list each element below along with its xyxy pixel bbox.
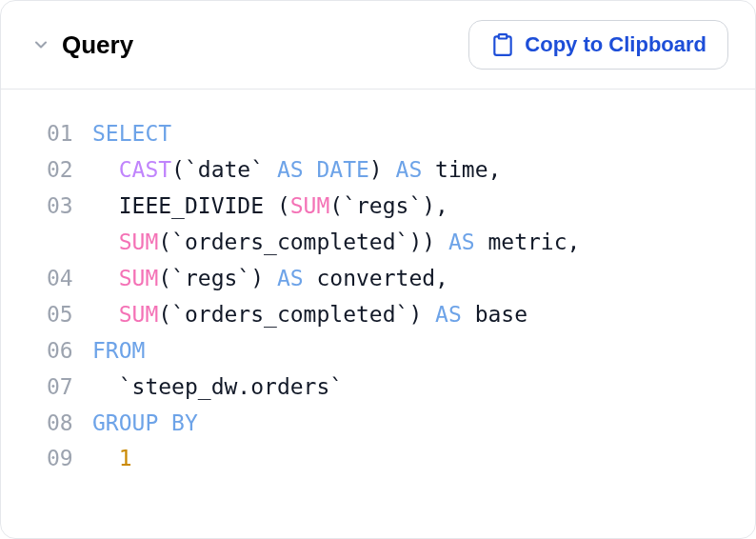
token: ( <box>171 157 185 182</box>
line-content: SUM(`orders_completed`)) AS metric, <box>92 225 580 261</box>
header-left[interactable]: Query <box>31 30 133 60</box>
line-number: 09 <box>47 441 92 477</box>
token: FROM <box>92 338 145 363</box>
token: IEEE_DIVIDE <box>119 193 277 218</box>
token: ` <box>119 374 132 399</box>
query-title: Query <box>62 30 133 60</box>
copy-button-label: Copy to Clipboard <box>525 32 706 57</box>
line-number: 05 <box>47 297 92 333</box>
code-line: 07 `steep_dw.orders` <box>47 369 728 406</box>
line-number: 06 <box>47 333 92 369</box>
token: time <box>435 157 487 182</box>
token: metric <box>487 230 567 254</box>
token: regs <box>356 193 408 218</box>
token: AS <box>422 302 474 327</box>
token: ` <box>171 266 185 290</box>
line-content: SUM(`regs`) AS converted, <box>92 261 448 297</box>
line-number: 08 <box>47 406 92 442</box>
token: ` <box>185 157 198 182</box>
token: ` <box>171 230 185 254</box>
token: steep_dw.orders <box>132 374 330 399</box>
token: ` <box>396 302 409 327</box>
svg-rect-0 <box>499 34 507 38</box>
token: base <box>475 302 527 327</box>
copy-to-clipboard-button[interactable]: Copy to Clipboard <box>468 20 728 70</box>
code-line: 02 CAST(`date` AS DATE) AS time, <box>47 152 728 189</box>
line-number: 02 <box>47 152 92 189</box>
token: ` <box>396 230 409 254</box>
token: ` <box>329 374 343 399</box>
line-content: GROUP BY <box>92 406 198 442</box>
token: converted <box>316 266 435 290</box>
token: 1 <box>119 446 132 470</box>
token: , <box>567 230 581 254</box>
token: date <box>198 157 250 182</box>
token: CAST <box>119 157 171 182</box>
token: ` <box>171 302 185 327</box>
line-content: IEEE_DIVIDE (SUM(`regs`), <box>92 189 448 225</box>
token: ( <box>329 193 343 218</box>
line-content: SUM(`orders_completed`) AS base <box>92 297 527 333</box>
token: AS <box>264 266 316 290</box>
clipboard-icon <box>490 32 515 57</box>
token: ( <box>158 302 171 327</box>
chevron-down-icon <box>31 35 50 54</box>
token: ( <box>277 193 290 218</box>
token: )) <box>408 230 435 254</box>
query-card: Query Copy to Clipboard 01SELECT02 CAST(… <box>0 0 756 539</box>
code-line: 09 1 <box>47 441 728 477</box>
line-number: 07 <box>47 369 92 406</box>
code-line: 05 SUM(`orders_completed`) AS base <box>47 297 728 333</box>
token: ` <box>237 266 250 290</box>
token: ( <box>158 266 171 290</box>
code-line: 01SELECT <box>47 116 728 152</box>
token: ) <box>250 266 264 290</box>
token: ` <box>408 193 422 218</box>
token: regs <box>185 266 237 290</box>
token: AS <box>435 230 487 254</box>
code-line: SUM(`orders_completed`)) AS metric, <box>47 225 728 261</box>
token: ), <box>422 193 448 218</box>
line-number: 01 <box>47 116 92 152</box>
line-content: `steep_dw.orders` <box>92 369 343 406</box>
line-number: 03 <box>47 189 92 225</box>
token: GROUP BY <box>92 410 198 435</box>
line-content: FROM <box>92 333 145 369</box>
token: SELECT <box>92 121 171 146</box>
line-content: 1 <box>92 441 132 477</box>
code-line: 08GROUP BY <box>47 406 728 442</box>
token: ) <box>408 302 422 327</box>
code-line: 06FROM <box>47 333 728 369</box>
token: SUM <box>119 230 159 254</box>
token: , <box>435 266 448 290</box>
code-block: 01SELECT02 CAST(`date` AS DATE) AS time,… <box>1 90 755 504</box>
token: ) <box>369 157 383 182</box>
token: AS DATE <box>264 157 369 182</box>
code-line: 03 IEEE_DIVIDE (SUM(`regs`), <box>47 189 728 225</box>
token: SUM <box>290 193 330 218</box>
token: ` <box>343 193 356 218</box>
token: SUM <box>119 302 159 327</box>
token: , <box>487 157 501 182</box>
line-content: CAST(`date` AS DATE) AS time, <box>92 152 501 189</box>
token: ( <box>158 230 171 254</box>
line-number: 04 <box>47 261 92 297</box>
token: SUM <box>119 266 159 290</box>
code-line: 04 SUM(`regs`) AS converted, <box>47 261 728 297</box>
token: orders_completed <box>185 230 396 254</box>
token: orders_completed <box>185 302 396 327</box>
token: ` <box>250 157 264 182</box>
token: AS <box>383 157 435 182</box>
line-content: SELECT <box>92 116 171 152</box>
query-header: Query Copy to Clipboard <box>1 1 755 90</box>
